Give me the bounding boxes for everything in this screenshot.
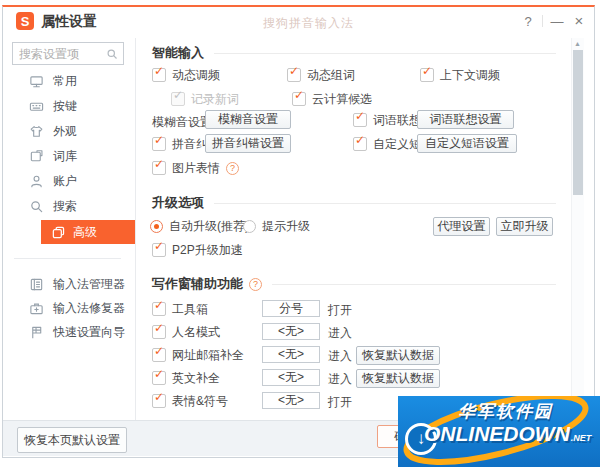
sogou-logo-icon: S bbox=[16, 12, 34, 30]
checkbox-box[interactable]: ✓ bbox=[353, 137, 367, 151]
minimize-button[interactable]: — bbox=[548, 12, 566, 30]
sidebar-item-label: 高级 bbox=[73, 224, 97, 241]
checkbox-label: 动态组词 bbox=[307, 67, 355, 84]
checkbox-box[interactable]: ✓ bbox=[292, 92, 306, 106]
checkbox-box[interactable]: ✓ bbox=[152, 394, 166, 408]
sidebar-divider bbox=[135, 38, 136, 420]
help-icon[interactable]: ? bbox=[249, 278, 262, 291]
checkbox-picture-emoji[interactable]: ✓ 图片表情 ? bbox=[152, 161, 239, 175]
radio-icon[interactable] bbox=[150, 220, 163, 233]
sidebar-item-advanced[interactable]: 高级 bbox=[41, 220, 135, 244]
checkbox-word-association[interactable]: ✓ 词语联想 bbox=[353, 113, 421, 127]
checkbox-box[interactable]: ✓ bbox=[152, 243, 166, 257]
sidebar-item-setup-wizard[interactable]: 快速设置向导 bbox=[0, 320, 135, 344]
proxy-settings-button[interactable]: 代理设置 bbox=[433, 217, 490, 236]
action-label: 打开 bbox=[328, 302, 352, 319]
checkbox-emoji-symbols[interactable]: ✓ 表情&符号 bbox=[152, 394, 228, 408]
search-input[interactable] bbox=[13, 47, 106, 61]
checkbox-cloud-candidates[interactable]: ✓ 云计算候选 bbox=[292, 92, 372, 106]
search-icon bbox=[106, 48, 118, 60]
monitor-icon bbox=[29, 74, 44, 89]
checkbox-url-email-completion[interactable]: ✓ 网址邮箱补全 bbox=[152, 348, 244, 362]
watermark-brand: ONLINEDOWN .NET bbox=[424, 422, 591, 446]
association-settings-button[interactable]: 词语联想设置 bbox=[417, 110, 514, 129]
checkbox-box[interactable]: ✓ bbox=[152, 302, 166, 316]
radio-auto-upgrade[interactable]: 自动升级(推荐) bbox=[150, 219, 249, 233]
checkbox-label: 图片表情 bbox=[172, 160, 220, 177]
sidebar-item-label: 外观 bbox=[53, 123, 77, 140]
close-button[interactable]: × bbox=[570, 11, 588, 29]
radio-icon[interactable] bbox=[243, 220, 256, 233]
checkbox-dynamic-freq[interactable]: ✓ 动态调频 bbox=[152, 68, 220, 82]
sidebar-item-appearance[interactable]: 外观 bbox=[0, 119, 135, 144]
hotkey-field-emoji[interactable]: <无> bbox=[262, 392, 320, 409]
sidebar-item-label: 输入法修复器 bbox=[53, 300, 125, 317]
flag-icon bbox=[29, 325, 44, 340]
restore-data-button[interactable]: 恢复默认数据 bbox=[356, 346, 440, 365]
hotkey-field-toolbox[interactable]: 分号 bbox=[262, 300, 320, 317]
checkbox-box[interactable]: ✓ bbox=[152, 325, 166, 339]
check-icon: ✓ bbox=[154, 65, 164, 77]
section-smart-input: 智能输入 bbox=[152, 44, 556, 62]
sidebar-item-label: 词库 bbox=[53, 148, 77, 165]
sidebar-item-label: 输入法管理器 bbox=[53, 276, 125, 293]
sidebar-item-ime-repair[interactable]: 输入法修复器 bbox=[0, 296, 135, 320]
checkbox-p2p-upgrade[interactable]: ✓ P2P升级加速 bbox=[152, 243, 243, 257]
checkbox-box: ✓ bbox=[171, 92, 185, 106]
restore-defaults-button[interactable]: 恢复本页默认设置 bbox=[17, 427, 127, 453]
check-icon: ✓ bbox=[173, 89, 183, 101]
manager-icon bbox=[29, 277, 44, 292]
app-name-label: 搜狗拼音输入法 bbox=[263, 15, 354, 32]
checkbox-box[interactable]: ✓ bbox=[353, 113, 367, 127]
checkbox-name-mode[interactable]: ✓ 人名模式 bbox=[152, 325, 220, 339]
section-rule bbox=[214, 53, 556, 54]
section-title: 写作窗辅助功能 bbox=[152, 275, 243, 293]
checkbox-box[interactable]: ✓ bbox=[152, 68, 166, 82]
hotkey-field-url-email[interactable]: <无> bbox=[262, 346, 320, 363]
checkbox-box[interactable]: ✓ bbox=[287, 68, 301, 82]
dictionary-icon bbox=[29, 149, 44, 164]
sidebar-item-label: 常用 bbox=[53, 73, 77, 90]
restore-data-button[interactable]: 恢复默认数据 bbox=[356, 369, 440, 388]
checkbox-label: 表情&符号 bbox=[172, 393, 228, 410]
checkbox-toolbox[interactable]: ✓ 工具箱 bbox=[152, 302, 208, 316]
sidebar-item-account[interactable]: 账户 bbox=[0, 169, 135, 194]
scrollbar-thumb[interactable] bbox=[573, 50, 583, 195]
checkbox-box[interactable]: ✓ bbox=[420, 68, 434, 82]
window-title: 属性设置 bbox=[41, 13, 97, 31]
hotkey-field-english[interactable]: <无> bbox=[262, 369, 320, 386]
checkbox-box[interactable]: ✓ bbox=[152, 371, 166, 385]
sidebar-item-label: 快速设置向导 bbox=[53, 324, 125, 341]
scroll-up-icon[interactable]: ▲ bbox=[574, 40, 581, 47]
radio-prompt-upgrade[interactable]: 提示升级 bbox=[243, 219, 310, 233]
checkbox-box[interactable]: ✓ bbox=[152, 137, 166, 151]
upgrade-now-button[interactable]: 立即升级 bbox=[496, 217, 553, 236]
section-upgrade: 升级选项 bbox=[152, 194, 556, 212]
hotkey-field-name-mode[interactable]: <无> bbox=[262, 323, 320, 340]
help-button[interactable]: ? bbox=[519, 12, 537, 30]
correction-settings-button[interactable]: 拼音纠错设置 bbox=[205, 134, 291, 153]
checkbox-box[interactable]: ✓ bbox=[152, 161, 166, 175]
sidebar-item-search[interactable]: 搜索 bbox=[0, 194, 135, 219]
checkbox-dynamic-word[interactable]: ✓ 动态组词 bbox=[287, 68, 355, 82]
settings-window: S 属性设置 搜狗拼音输入法 ? — × 常用 按键 bbox=[0, 0, 600, 467]
help-icon[interactable]: ? bbox=[226, 162, 239, 175]
checkbox-box[interactable]: ✓ bbox=[152, 348, 166, 362]
checkbox-english-completion[interactable]: ✓ 英文补全 bbox=[152, 371, 220, 385]
section-rule bbox=[272, 284, 556, 285]
custom-phrase-settings-button[interactable]: 自定义短语设置 bbox=[417, 134, 517, 153]
titlebar-separator bbox=[542, 15, 543, 27]
fuzzy-settings-button[interactable]: 模糊音设置 bbox=[205, 110, 291, 129]
checkbox-label: 人名模式 bbox=[172, 324, 220, 341]
watermark-site-name: 华军软件园 bbox=[458, 400, 553, 423]
sidebar-item-lexicon[interactable]: 词库 bbox=[0, 144, 135, 169]
check-icon: ✓ bbox=[422, 65, 432, 77]
checkbox-label: 工具箱 bbox=[172, 301, 208, 318]
checkbox-context-freq[interactable]: ✓ 上下文调频 bbox=[420, 68, 500, 82]
action-label: 进入 bbox=[328, 348, 352, 365]
radio-label: 提示升级 bbox=[262, 218, 310, 235]
check-icon: ✓ bbox=[355, 134, 365, 146]
sidebar-item-common[interactable]: 常用 bbox=[0, 69, 135, 94]
sidebar-item-ime-manager[interactable]: 输入法管理器 bbox=[0, 272, 135, 296]
sidebar-item-keys[interactable]: 按键 bbox=[0, 94, 135, 119]
